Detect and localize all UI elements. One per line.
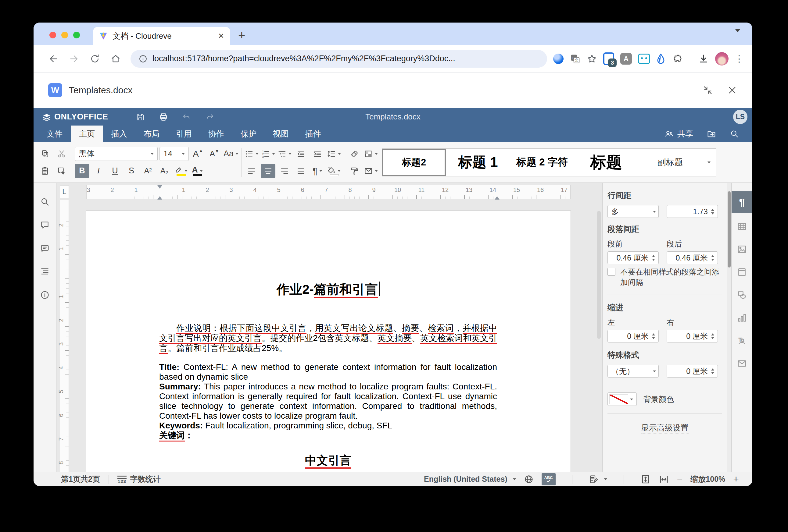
close-window-button[interactable] — [50, 32, 56, 38]
home-button[interactable] — [107, 50, 124, 68]
panel-scrollbar[interactable] — [727, 183, 731, 472]
forward-button[interactable] — [65, 50, 83, 68]
menu-tab[interactable]: 插入 — [103, 125, 135, 142]
zoom-window-button[interactable] — [73, 32, 80, 38]
line-spacing-button[interactable] — [327, 147, 341, 161]
restore-icon[interactable] — [703, 85, 713, 95]
indent-right-spinner[interactable]: 0 厘米 — [667, 330, 718, 343]
change-case-button[interactable]: Aa — [223, 147, 238, 161]
style-preview[interactable]: 标题2 — [382, 149, 446, 176]
align-right-button[interactable] — [277, 164, 292, 178]
paragraph-marks-button[interactable]: ¶ — [310, 164, 325, 178]
document-page[interactable]: 作业2-篇前和引言 作业说明：根据下面这段中文引言，用英文写出论文标题、摘要、检… — [86, 211, 571, 472]
close-icon[interactable] — [727, 85, 737, 95]
highlight-color-button[interactable] — [174, 164, 188, 178]
decrease-indent-button[interactable] — [294, 147, 308, 161]
undo-icon[interactable] — [182, 112, 191, 122]
bullet-list-button[interactable] — [244, 147, 259, 161]
language-selector[interactable]: English (United States) — [424, 475, 516, 484]
comments-button[interactable] — [40, 220, 50, 230]
style-preview[interactable]: 标题 2 字符 — [510, 149, 574, 176]
image-settings-tab[interactable] — [732, 239, 752, 260]
vertical-ruler[interactable] — [60, 200, 69, 472]
align-center-button[interactable] — [261, 164, 275, 178]
a-extension-icon[interactable]: A — [620, 53, 632, 65]
numbered-list-button[interactable]: 123 — [261, 147, 275, 161]
strikethrough-button[interactable]: S — [124, 164, 139, 178]
find-button[interactable] — [40, 197, 50, 207]
bold-button[interactable]: B — [75, 164, 90, 178]
menu-tab[interactable]: 主页 — [71, 125, 103, 142]
justify-button[interactable] — [294, 164, 308, 178]
zoom-level[interactable]: 缩放100% — [690, 474, 725, 484]
tab-search-icon[interactable] — [735, 29, 740, 35]
table-settings-tab[interactable] — [732, 216, 752, 237]
word-count-button[interactable]: 123 字数统计 — [117, 474, 161, 484]
paste-button[interactable] — [38, 164, 53, 178]
shading-button[interactable] — [327, 164, 341, 178]
multilevel-list-button[interactable] — [277, 147, 292, 161]
font-size-select[interactable]: 14 — [159, 147, 189, 161]
grow-font-button[interactable]: A▲ — [191, 147, 205, 161]
background-color-picker[interactable] — [608, 392, 637, 406]
indent-left-spinner[interactable]: 0 厘米 — [608, 330, 659, 343]
zoom-out-button[interactable]: − — [677, 473, 683, 485]
spacing-before-spinner[interactable]: 0.46 厘米 — [608, 251, 659, 264]
copy-button[interactable] — [38, 147, 53, 161]
zoom-in-button[interactable]: + — [733, 473, 739, 485]
increase-indent-button[interactable] — [310, 147, 325, 161]
extension-orb-icon[interactable] — [553, 54, 564, 64]
style-preview[interactable]: 标题 — [574, 149, 638, 176]
superscript-button[interactable]: A² — [141, 164, 155, 178]
first-line-indent-marker[interactable] — [157, 185, 162, 191]
style-preview[interactable]: 副标题 — [638, 149, 702, 176]
italic-button[interactable]: I — [91, 164, 106, 178]
no-space-same-style-checkbox[interactable] — [608, 268, 615, 276]
new-tab-button[interactable]: + — [238, 28, 245, 42]
font-name-select[interactable]: 黑体 — [75, 147, 158, 161]
cut-button[interactable] — [54, 147, 69, 161]
special-format-select[interactable]: （无） — [608, 365, 659, 377]
show-advanced-settings-link[interactable]: 显示高级设置 — [608, 423, 722, 433]
avatar[interactable] — [715, 52, 729, 65]
page-indicator[interactable]: 第1页共2页 — [61, 474, 100, 484]
style-preview[interactable]: 标题 1 — [446, 149, 510, 176]
about-button[interactable] — [40, 290, 50, 300]
menu-tab[interactable]: 引用 — [168, 125, 200, 142]
address-bar[interactable]: localhost:5173/home?path=cloudreve%3A%2F… — [131, 50, 547, 68]
spacing-after-spinner[interactable]: 0.46 厘米 — [667, 251, 718, 264]
translate-icon[interactable]: G文 — [570, 53, 580, 64]
line-spacing-select[interactable]: 多 — [608, 205, 659, 218]
shape-settings-tab[interactable] — [732, 284, 752, 306]
open-location-icon[interactable] — [707, 129, 716, 139]
special-format-spinner[interactable]: 0 厘米 — [667, 365, 718, 377]
tv-extension-icon[interactable] — [638, 54, 650, 64]
left-indent-marker[interactable] — [157, 194, 162, 200]
clear-style-button[interactable] — [347, 147, 362, 161]
search-icon[interactable] — [730, 129, 739, 138]
select-all-button[interactable] — [54, 164, 69, 178]
language-globe-icon[interactable] — [524, 474, 534, 484]
tab-stop-selector[interactable]: L — [60, 185, 69, 198]
chart-settings-tab[interactable] — [732, 307, 752, 328]
download-icon[interactable] — [698, 53, 709, 64]
underline-button[interactable]: U — [107, 164, 122, 178]
textart-settings-tab[interactable]: Ta — [732, 330, 752, 351]
url-text[interactable]: localhost:5173/home?path=cloudreve%3A%2F… — [153, 54, 455, 63]
info-icon[interactable] — [138, 54, 147, 63]
copy-style-button[interactable] — [347, 164, 362, 178]
menu-tab[interactable]: 插件 — [297, 125, 329, 142]
feedback-button[interactable] — [40, 243, 50, 253]
fit-width-icon[interactable] — [659, 474, 669, 485]
menu-dots-icon[interactable]: ⋮ — [735, 54, 744, 63]
reload-button[interactable] — [86, 50, 104, 68]
document-scrollbar[interactable] — [597, 211, 601, 339]
page-color-button[interactable] — [363, 147, 378, 161]
menu-tab[interactable]: 视图 — [265, 125, 297, 142]
menu-tab[interactable]: 文件 — [38, 125, 71, 142]
mailmerge-settings-tab[interactable] — [732, 353, 752, 374]
save-icon[interactable] — [136, 112, 145, 122]
tab-close-icon[interactable]: ✕ — [218, 32, 224, 40]
redo-icon[interactable] — [205, 112, 214, 122]
bookmark-star-icon[interactable] — [587, 54, 597, 64]
